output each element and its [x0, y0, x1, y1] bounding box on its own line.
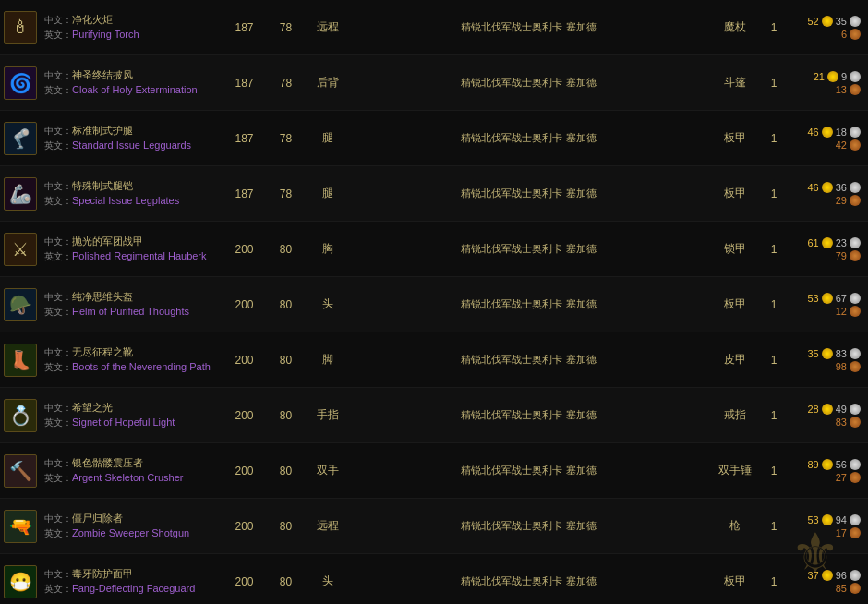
item-stats: 35 83 98: [788, 348, 866, 372]
item-type: 板甲: [709, 296, 760, 312]
item-ilvl: 200: [223, 465, 265, 477]
item-source: 精锐北伐军战士奥利卡 塞加德: [348, 131, 709, 145]
item-name-col: 中文：标准制式护腿 英文：Standard Issue Legguards: [39, 122, 223, 153]
copper-coin-icon: [850, 29, 861, 40]
copper-coin-icon: [850, 472, 861, 483]
stat-silver-value: 67: [836, 293, 847, 304]
item-icon-col: 💍: [2, 399, 39, 432]
table-row[interactable]: 😷 中文：毒牙防护面甲 英文：Fang-Deflecting Faceguard…: [0, 554, 868, 604]
item-req: 80: [265, 520, 307, 533]
stat-gold-value: 35: [808, 348, 819, 359]
copper-coin-icon: [850, 306, 861, 317]
stat-gold-value: 61: [808, 237, 819, 248]
stat-copper-value: 29: [836, 195, 847, 206]
item-slot: 腿: [307, 130, 348, 146]
table-row[interactable]: 🔨 中文：银色骷髅震压者 英文：Argent Skeleton Crusher …: [0, 443, 868, 499]
gold-coin-icon: [822, 237, 833, 248]
item-req: 80: [265, 575, 307, 588]
silver-coin-icon: [850, 570, 861, 581]
item-en-name: 英文：Argent Skeleton Crusher: [44, 471, 218, 484]
item-icon-col: 🪖: [2, 288, 39, 321]
stat-copper-value: 6: [841, 29, 847, 40]
stat-copper-row: 98: [836, 361, 861, 372]
item-cn-name: 中文：特殊制式腿铠: [44, 179, 218, 193]
stat-copper-value: 83: [836, 417, 847, 428]
item-req: 78: [265, 187, 307, 200]
item-cn-name: 中文：净化火炬: [44, 13, 218, 27]
item-req: 80: [265, 298, 307, 311]
stat-gold-value: 53: [808, 293, 819, 304]
item-stats: 61 23 79: [788, 237, 866, 261]
item-type: 斗篷: [709, 75, 760, 91]
table-row[interactable]: 🦾 中文：特殊制式腿铠 英文：Special Issue Legplates 1…: [0, 166, 868, 222]
item-name-col: 中文：神圣终结披风 英文：Cloak of Holy Extermination: [39, 66, 223, 98]
item-source: 精锐北伐军战士奥利卡 塞加德: [348, 519, 709, 533]
item-icon: 🌀: [4, 66, 37, 100]
item-source: 精锐北伐军战士奥利卡 塞加德: [348, 242, 709, 256]
stat-copper-value: 42: [836, 139, 847, 151]
item-en-name: 英文：Zombie Sweeper Shotgun: [44, 526, 218, 539]
table-row[interactable]: 🌀 中文：神圣终结披风 英文：Cloak of Holy Exterminati…: [0, 55, 868, 111]
copper-coin-icon: [850, 250, 861, 261]
table-row[interactable]: 🔫 中文：僵尸归除者 英文：Zombie Sweeper Shotgun 200…: [0, 499, 868, 554]
item-ilvl: 187: [223, 77, 265, 90]
item-name-col: 中文：抛光的军团战甲 英文：Polished Regimental Hauber…: [39, 233, 223, 264]
item-slot: 脚: [307, 352, 348, 368]
gold-coin-icon: [822, 404, 833, 415]
item-count: 1: [760, 354, 788, 367]
item-icon: 👢: [4, 344, 37, 377]
item-stats: 46 36 29: [788, 182, 866, 206]
item-stats: 46 18 42: [788, 127, 866, 151]
item-ilvl: 187: [223, 21, 265, 34]
silver-coin-icon: [850, 514, 861, 525]
item-en-name: 英文：Standard Issue Legguards: [44, 139, 218, 151]
silver-coin-icon: [850, 348, 861, 359]
table-row[interactable]: 💍 中文：希望之光 英文：Signet of Hopeful Light 200…: [0, 388, 868, 443]
item-en-name: 英文：Fang-Deflecting Faceguard: [44, 582, 218, 595]
gold-coin-icon: [822, 127, 833, 138]
item-slot: 头: [307, 296, 348, 312]
item-source: 精锐北伐军战士奥利卡 塞加德: [348, 353, 709, 367]
stat-gold-row: 61 23: [808, 237, 862, 248]
item-slot: 远程: [307, 19, 348, 35]
item-count: 1: [760, 132, 788, 145]
item-ilvl: 200: [223, 354, 265, 367]
table-row[interactable]: 👢 中文：无尽征程之靴 英文：Boots of the Neverending …: [0, 332, 868, 388]
item-icon: 🦾: [4, 177, 37, 211]
item-icon-col: 🔨: [2, 454, 39, 488]
item-icon: 🔨: [4, 454, 37, 488]
item-type: 板甲: [709, 186, 760, 201]
table-row[interactable]: 🕯 中文：净化火炬 英文：Purifying Torch 187 78 远程 精…: [0, 0, 868, 55]
item-slot: 双手: [307, 463, 348, 478]
item-source: 精锐北伐军战士奥利卡 塞加德: [348, 187, 709, 200]
item-cn-name: 中文：僵尸归除者: [44, 512, 218, 525]
stat-copper-row: 13: [836, 84, 861, 95]
item-req: 80: [265, 409, 307, 422]
copper-coin-icon: [850, 139, 861, 151]
item-name-col: 中文：僵尸归除者 英文：Zombie Sweeper Shotgun: [39, 510, 223, 541]
item-type: 板甲: [709, 130, 760, 146]
item-ilvl: 200: [223, 298, 265, 311]
item-type: 戒指: [709, 407, 760, 423]
item-source: 精锐北伐军战士奥利卡 塞加德: [348, 297, 709, 311]
item-name-col: 中文：无尽征程之靴 英文：Boots of the Neverending Pa…: [39, 344, 223, 375]
table-row[interactable]: ⚔ 中文：抛光的军团战甲 英文：Polished Regimental Haub…: [0, 222, 868, 277]
item-slot: 手指: [307, 407, 348, 423]
item-count: 1: [760, 243, 788, 256]
item-count: 1: [760, 465, 788, 477]
silver-coin-icon: [850, 127, 861, 138]
item-stats: 52 35 6: [788, 16, 866, 40]
item-name-col: 中文：纯净思维头盔 英文：Helm of Purified Thoughts: [39, 288, 223, 320]
item-table: 🕯 中文：净化火炬 英文：Purifying Torch 187 78 远程 精…: [0, 0, 868, 604]
silver-coin-icon: [850, 182, 861, 193]
item-count: 1: [760, 575, 788, 588]
table-row[interactable]: 🦿 中文：标准制式护腿 英文：Standard Issue Legguards …: [0, 111, 868, 166]
item-source: 精锐北伐军战士奥利卡 塞加德: [348, 574, 709, 588]
item-cn-name: 中文：希望之光: [44, 401, 218, 415]
table-row[interactable]: 🪖 中文：纯净思维头盔 英文：Helm of Purified Thoughts…: [0, 277, 868, 332]
item-icon: 🔫: [4, 510, 37, 543]
stat-gold-value: 21: [814, 71, 825, 82]
item-slot: 腿: [307, 186, 348, 201]
stat-gold-row: 35 83: [808, 348, 862, 359]
gold-coin-icon: [822, 293, 833, 304]
